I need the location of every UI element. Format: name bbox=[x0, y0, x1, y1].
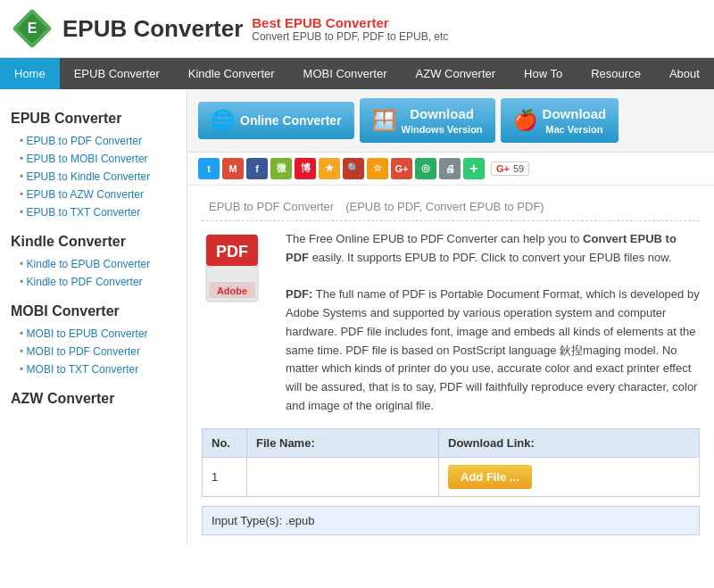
nav-item-mobi[interactable]: MOBI Converter bbox=[289, 58, 402, 89]
globe-icon: 🌐 bbox=[211, 109, 235, 132]
online-btn-label: Online Converter bbox=[240, 113, 342, 128]
sidebar-link-epub-txt[interactable]: EPUB to TXT Converter bbox=[11, 203, 176, 221]
article-title-sub: (EPUB to PDF, Convert EPUB to PDF) bbox=[345, 200, 544, 213]
social-row: t M f 微 博 ★ 🔍 ☆ G+ ◎ 🖨 + G+ 59 bbox=[187, 153, 714, 186]
gmail-icon[interactable]: M bbox=[222, 158, 244, 179]
share-icon[interactable]: ◎ bbox=[415, 158, 436, 179]
gplus-count: 59 bbox=[513, 163, 524, 174]
plus-icon[interactable]: + bbox=[463, 158, 485, 179]
googleplus-icon[interactable]: G+ bbox=[391, 158, 412, 179]
gplus-label: G+ bbox=[496, 163, 510, 174]
sidebar-section-kindle: Kindle Converter bbox=[11, 234, 176, 250]
navigation: Home EPUB Converter Kindle Converter MOB… bbox=[0, 58, 714, 89]
header-tagline: Best EPUB Converter Convert EPUB to PDF,… bbox=[252, 15, 448, 43]
weibo-icon[interactable]: 博 bbox=[295, 158, 316, 179]
download-win-main: Download bbox=[410, 105, 474, 123]
nav-item-howto[interactable]: How To bbox=[510, 58, 577, 89]
sidebar-section-epub: EPUB Converter bbox=[11, 111, 176, 127]
nav-item-epub[interactable]: EPUB Converter bbox=[60, 58, 174, 89]
twitter-icon[interactable]: t bbox=[198, 158, 220, 179]
header: E EPUB Converter Best EPUB Converter Con… bbox=[0, 0, 714, 58]
sidebar-section-azw: AZW Converter bbox=[11, 391, 176, 407]
bookmark-icon[interactable]: ☆ bbox=[367, 158, 388, 179]
article-intro: The Free Online EPUB to PDF Converter ca… bbox=[286, 232, 583, 245]
article-mid1: easily. It supports EPUB to PDF. Click t… bbox=[312, 251, 672, 264]
download-mac-main: Download bbox=[543, 105, 607, 123]
article-text: The Free Online EPUB to PDF Converter ca… bbox=[286, 230, 700, 416]
sidebar-link-epub-pdf[interactable]: EPUB to PDF Converter bbox=[11, 132, 176, 150]
nav-item-kindle[interactable]: Kindle Converter bbox=[174, 58, 289, 89]
row-no: 1 bbox=[203, 457, 247, 496]
sidebar-link-kindle-epub[interactable]: Kindle to EPUB Converter bbox=[11, 255, 176, 273]
svg-text:E: E bbox=[28, 21, 37, 36]
mac-icon: 🍎 bbox=[513, 109, 537, 132]
sidebar-section-mobi: MOBI Converter bbox=[11, 303, 176, 319]
search-icon[interactable]: 🔍 bbox=[343, 158, 364, 179]
file-table: No. File Name: Download Link: 1 Add File… bbox=[202, 428, 700, 497]
nav-item-resource[interactable]: Resource bbox=[577, 58, 655, 89]
sidebar-link-mobi-epub[interactable]: MOBI to EPUB Converter bbox=[11, 325, 176, 343]
col-download: Download Link: bbox=[439, 428, 700, 457]
content-wrapper: EPUB Converter EPUB to PDF Converter EPU… bbox=[0, 89, 714, 546]
site-title: EPUB Converter bbox=[62, 15, 243, 43]
download-win-sub: Windows Version bbox=[402, 123, 483, 136]
input-type-label: Input Type(s): .epub bbox=[212, 514, 314, 527]
main-content: 🌐 Online Converter 🪟 Download Windows Ve… bbox=[187, 89, 714, 546]
gplus-count-box: G+ 59 bbox=[491, 161, 529, 176]
nav-item-azw[interactable]: AZW Converter bbox=[402, 58, 511, 89]
tagline-title: Best EPUB Converter bbox=[252, 15, 448, 30]
download-mac-button[interactable]: 🍎 Download Mac Version bbox=[501, 98, 619, 143]
nav-item-about[interactable]: About bbox=[655, 58, 714, 89]
article-title: EPUB to PDF Converter (EPUB to PDF, Conv… bbox=[202, 196, 700, 221]
article-pdf-desc: The full name of PDF is Portable Documen… bbox=[286, 287, 700, 412]
sidebar-link-mobi-pdf[interactable]: MOBI to PDF Converter bbox=[11, 343, 176, 360]
sidebar-link-epub-mobi[interactable]: EPUB to MOBI Converter bbox=[11, 150, 176, 168]
sidebar-link-mobi-txt[interactable]: MOBI to TXT Converter bbox=[11, 360, 176, 378]
row-filename bbox=[247, 457, 439, 496]
input-type-row: Input Type(s): .epub bbox=[202, 506, 700, 535]
sidebar: EPUB Converter EPUB to PDF Converter EPU… bbox=[0, 89, 187, 546]
sidebar-link-kindle-pdf[interactable]: Kindle to PDF Converter bbox=[11, 273, 176, 291]
windows-icon: 🪟 bbox=[372, 109, 396, 132]
star-icon[interactable]: ★ bbox=[319, 158, 340, 179]
article-pdf-label: PDF: bbox=[286, 287, 312, 301]
table-row: 1 Add File ... bbox=[203, 457, 700, 496]
print-icon[interactable]: 🖨 bbox=[439, 158, 461, 179]
article-title-main: EPUB to PDF Converter bbox=[209, 200, 334, 213]
facebook-icon[interactable]: f bbox=[246, 158, 268, 179]
col-no: No. bbox=[203, 428, 247, 457]
online-converter-button[interactable]: 🌐 Online Converter bbox=[198, 102, 354, 139]
nav-item-home[interactable]: Home bbox=[0, 58, 60, 89]
tagline-sub: Convert EPUB to PDF, PDF to EPUB, etc bbox=[252, 30, 448, 43]
download-windows-button[interactable]: 🪟 Download Windows Version bbox=[360, 98, 495, 143]
col-filename: File Name: bbox=[247, 428, 439, 457]
svg-text:PDF: PDF bbox=[216, 243, 248, 261]
logo-icon: E bbox=[11, 7, 54, 50]
sidebar-link-epub-azw[interactable]: EPUB to AZW Converter bbox=[11, 186, 176, 203]
add-file-button[interactable]: Add File ... bbox=[448, 465, 532, 489]
sidebar-link-epub-kindle[interactable]: EPUB to Kindle Converter bbox=[11, 168, 176, 186]
article-body: PDF Adobe The Free Online EPUB to PDF Co… bbox=[202, 230, 700, 416]
buttons-row: 🌐 Online Converter 🪟 Download Windows Ve… bbox=[187, 89, 714, 153]
article: EPUB to PDF Converter (EPUB to PDF, Conv… bbox=[187, 186, 714, 546]
pdf-icon: PDF Adobe bbox=[202, 230, 273, 311]
download-mac-sub: Mac Version bbox=[545, 123, 602, 136]
wechat-icon[interactable]: 微 bbox=[270, 158, 292, 179]
row-download: Add File ... bbox=[439, 457, 700, 496]
svg-text:Adobe: Adobe bbox=[217, 286, 247, 296]
